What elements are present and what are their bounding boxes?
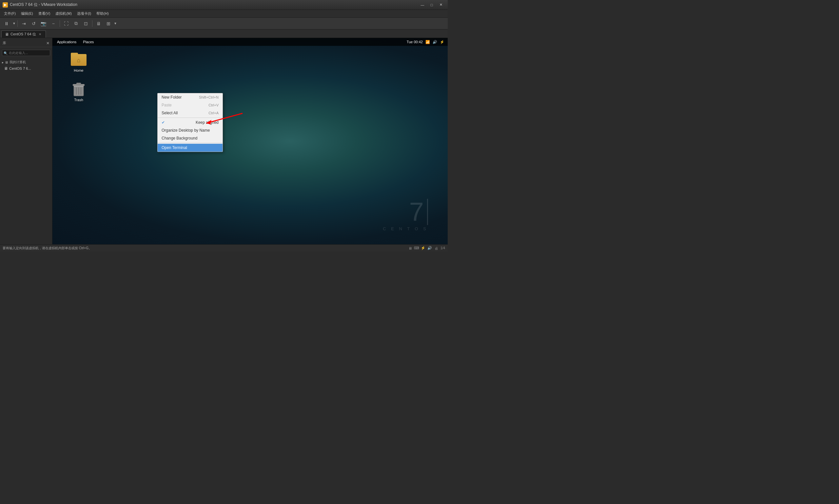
trash-icon-label: Trash (74, 98, 83, 102)
status-keyboard-icon[interactable]: ⌨ (414, 246, 419, 251)
ctx-new-folder[interactable]: New Folder Shift+Ctrl+N (158, 93, 223, 101)
ctx-paste-label: Paste (161, 103, 172, 107)
centos-desktop[interactable]: Applications Places Tue 00:42 📶 🔊 ⚡ (52, 38, 448, 244)
my-computer-icon: 🖥 (5, 60, 8, 64)
folder-graphic: ⌂ (71, 53, 87, 66)
vm-tab-centos[interactable]: 🖥 CentOS 7 64 位 ✕ (1, 31, 46, 38)
menu-bar: 文件(F) 编辑(E) 查看(V) 虚拟机(M) 选项卡(I) 帮助(H) (0, 10, 448, 18)
trash-icon (71, 81, 87, 96)
menu-view[interactable]: 查看(V) (36, 10, 53, 17)
gnome-time: Tue 00:42 (407, 40, 423, 44)
arrow-svg (197, 110, 249, 130)
ctx-new-folder-label: New Folder (161, 95, 181, 100)
desktop-icon-trash[interactable]: Trash (67, 79, 90, 104)
ctx-change-bg-label: Change Background (161, 136, 197, 141)
ctx-new-folder-shortcut: Shift+Ctrl+N (199, 95, 219, 99)
display-dropdown[interactable]: ▼ (114, 22, 117, 25)
home-icon-label: Home (74, 69, 83, 72)
sidebar-group-label: 我的计算机 (10, 60, 26, 65)
svg-rect-3 (76, 83, 81, 85)
gnome-applications-menu[interactable]: Applications (56, 40, 78, 44)
toolbar: ⏸ ▼ ⇥ ↺ 📷 − ⛶ ⧉ ⊡ 🖥 ⊞ ▼ (0, 18, 448, 30)
toolbar-separator-3 (92, 20, 92, 27)
window-controls: — □ ✕ (418, 2, 445, 8)
display-button[interactable]: 🖥 (94, 19, 103, 28)
pause-button[interactable]: ⏸ (2, 19, 11, 28)
ctx-paste-shortcut: Ctrl+V (208, 103, 219, 107)
menu-edit[interactable]: 编辑(E) (18, 10, 36, 17)
main-area: 库 ✕ 🔍 ▸ 🖥 我的计算机 🖥 CentOS 7 6... (0, 38, 448, 244)
sidebar-item-label: CentOS 7 6... (9, 67, 31, 70)
vmware-window: ▶ CentOS 7 64 位 - VMware Workstation — □… (0, 0, 448, 252)
window-title: CentOS 7 64 位 - VMware Workstation (10, 2, 77, 7)
sidebar-group-header[interactable]: ▸ 🖥 我的计算机 (0, 59, 52, 65)
ctx-paste: Paste Ctrl+V (158, 101, 223, 109)
close-button[interactable]: ✕ (437, 2, 445, 8)
centos-watermark: 7 C E N T O S (383, 199, 428, 231)
ctx-select-all-label: Select All (161, 111, 178, 115)
sidebar-title: 库 (3, 41, 6, 46)
sidebar-search: 🔍 (2, 50, 50, 56)
title-bar: ▶ CentOS 7 64 位 - VMware Workstation — □… (0, 0, 448, 10)
sidebar-close-button[interactable]: ✕ (46, 41, 50, 46)
status-right: 🖥 ⌨ ⚡ 🔊 🖨 1/4 (408, 246, 445, 251)
expand-icon: ▸ (2, 60, 4, 64)
status-page: 1/4 (440, 246, 445, 250)
gnome-places-menu[interactable]: Places (82, 40, 95, 44)
app-icon: ▶ (3, 2, 8, 7)
vm-tab-label: CentOS 7 64 位 (11, 32, 36, 37)
svg-line-7 (207, 113, 243, 123)
sidebar-group-my-computer: ▸ 🖥 我的计算机 🖥 CentOS 7 6... (0, 59, 52, 72)
menu-help[interactable]: 帮助(H) (94, 10, 111, 17)
svg-marker-8 (207, 120, 211, 124)
vm-tab-close[interactable]: ✕ (38, 32, 42, 36)
menu-file[interactable]: 文件(F) (1, 10, 18, 17)
ctx-separator-2 (158, 143, 223, 143)
red-arrow-indicator (197, 110, 249, 131)
sidebar: 库 ✕ 🔍 ▸ 🖥 我的计算机 🖥 CentOS 7 6... (0, 38, 52, 244)
gnome-topbar-left: Applications Places (56, 40, 95, 44)
search-input[interactable] (2, 50, 50, 56)
minus-button[interactable]: − (49, 19, 58, 28)
toolbar-separator-1 (17, 20, 18, 27)
status-printer-icon[interactable]: 🖨 (434, 246, 438, 251)
gnome-topbar-right: Tue 00:42 📶 🔊 ⚡ (407, 40, 444, 44)
vm-icon: 🖥 (4, 66, 8, 71)
sidebar-item-centos[interactable]: 🖥 CentOS 7 6... (0, 65, 52, 72)
ctx-open-terminal[interactable]: Open Terminal (158, 144, 223, 151)
search-icon: 🔍 (4, 51, 7, 55)
fit-button[interactable]: ⊡ (81, 19, 90, 28)
unity-button[interactable]: ⧉ (71, 19, 81, 28)
home-folder-icon: ⌂ (71, 51, 87, 67)
status-monitor-icon[interactable]: 🖥 (408, 246, 412, 251)
title-bar-left: ▶ CentOS 7 64 位 - VMware Workstation (3, 2, 77, 7)
gnome-topbar: Applications Places Tue 00:42 📶 🔊 ⚡ (52, 38, 448, 46)
menu-tab[interactable]: 选项卡(I) (74, 10, 94, 17)
maximize-button[interactable]: □ (427, 2, 436, 8)
vm-tabs: 🖥 CentOS 7 64 位 ✕ (0, 30, 448, 38)
folder-body: ⌂ (71, 54, 87, 66)
ctx-open-terminal-label: Open Terminal (161, 145, 187, 150)
ctx-change-background[interactable]: Change Background (158, 134, 223, 142)
gnome-volume-icon: 🔊 (433, 40, 437, 44)
status-message: 要将输入定向到该虚拟机，请在虚拟机内部单击或按 Ctrl+G。 (3, 246, 92, 251)
vm-viewport[interactable]: Applications Places Tue 00:42 📶 🔊 ⚡ (52, 38, 448, 244)
gnome-network-icon: 📶 (425, 40, 430, 44)
snapshot-button[interactable]: 📷 (39, 19, 48, 28)
home-house-symbol: ⌂ (77, 57, 81, 64)
display2-button[interactable]: ⊞ (104, 19, 113, 28)
desktop-icon-home[interactable]: ⌂ Home (67, 50, 90, 74)
status-sound-icon[interactable]: 🔊 (427, 246, 432, 251)
gnome-power-icon: ⚡ (440, 40, 444, 44)
fullscreen-button[interactable]: ⛶ (62, 19, 71, 28)
centos-number: 7 (409, 199, 429, 225)
minimize-button[interactable]: — (418, 2, 427, 8)
check-icon: ✔ (161, 120, 165, 125)
status-usb-icon[interactable]: ⚡ (421, 246, 425, 251)
send-ctrl-alt-del-button[interactable]: ⇥ (19, 19, 29, 28)
pause-dropdown[interactable]: ▼ (13, 22, 16, 25)
centos-brand-text: C E N T O S (383, 226, 428, 231)
menu-vm[interactable]: 虚拟机(M) (53, 10, 74, 17)
power-button[interactable]: ↺ (29, 19, 38, 28)
sidebar-header: 库 ✕ (0, 39, 52, 47)
